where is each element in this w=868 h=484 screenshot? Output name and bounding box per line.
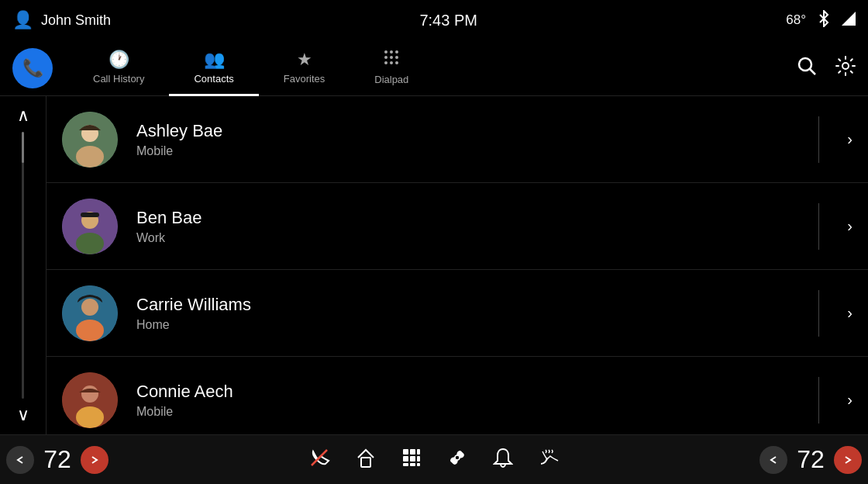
svg-rect-32 — [417, 449, 420, 455]
status-bar: 👤 John Smith 7:43 PM 68° — [0, 0, 868, 40]
svg-rect-38 — [417, 463, 420, 466]
left-temp-increase-button[interactable] — [81, 446, 108, 474]
svg-point-7 — [390, 61, 393, 64]
svg-point-14 — [76, 146, 104, 168]
svg-point-21 — [76, 320, 104, 341]
svg-rect-29 — [361, 458, 370, 467]
mute-call-button[interactable] — [308, 447, 330, 473]
tab-favorites[interactable]: ★ Favorites — [259, 40, 350, 96]
svg-rect-30 — [403, 449, 408, 455]
contact-type: Home — [136, 318, 806, 332]
right-temperature-value: 72 — [787, 445, 834, 474]
scroll-thumb — [22, 132, 24, 163]
svg-point-5 — [395, 56, 398, 59]
status-right: 68° — [786, 10, 856, 31]
avatar — [62, 199, 118, 254]
contact-info: Ben Bae Work — [136, 208, 806, 245]
contact-type: Mobile — [136, 144, 806, 158]
avatar — [62, 112, 118, 168]
main-content: ∧ ∨ Ashley Bae Mobile › — [0, 96, 868, 434]
right-temp-decrease-button[interactable] — [760, 446, 787, 474]
svg-point-0 — [384, 50, 388, 54]
tab-contacts-label: Contacts — [194, 73, 233, 85]
svg-rect-33 — [403, 456, 408, 462]
user-name: John Smith — [41, 12, 111, 29]
apps-button[interactable] — [401, 448, 422, 472]
temperature-display: 68° — [786, 12, 806, 28]
avatar — [62, 372, 118, 428]
clock-icon: 🕐 — [108, 50, 129, 70]
contact-name: Ashley Bae — [136, 121, 806, 141]
chevron-right-icon: › — [847, 130, 852, 148]
svg-point-11 — [842, 63, 849, 69]
svg-point-39 — [455, 455, 460, 460]
bluetooth-icon — [817, 10, 831, 31]
nav-bar: 📞 🕐 Call History 👥 Contacts ★ Favorites … — [0, 40, 868, 96]
svg-point-6 — [384, 61, 388, 64]
bottom-bar: 72 — [0, 434, 868, 484]
scroll-track[interactable] — [22, 132, 24, 399]
svg-point-4 — [390, 56, 393, 59]
scroll-up-button[interactable]: ∧ — [17, 105, 29, 126]
user-icon: 👤 — [12, 10, 33, 30]
svg-rect-37 — [410, 463, 415, 466]
tab-favorites-label: Favorites — [284, 73, 325, 85]
settings-button[interactable] — [835, 56, 856, 81]
svg-point-2 — [395, 50, 398, 54]
contact-name: Carrie Williams — [136, 295, 806, 315]
tab-dialpad[interactable]: Dialpad — [350, 40, 433, 96]
svg-point-24 — [76, 406, 104, 428]
contact-info: Carrie Williams Home — [136, 295, 806, 332]
left-temp-decrease-button[interactable] — [6, 446, 34, 474]
chevron-right-icon: › — [847, 217, 852, 235]
bottom-center-icons — [308, 447, 560, 473]
svg-point-3 — [384, 56, 388, 59]
svg-point-8 — [395, 61, 398, 64]
notification-button[interactable] — [493, 447, 513, 473]
left-temperature-value: 72 — [34, 445, 81, 474]
svg-point-1 — [390, 50, 393, 54]
tab-call-history[interactable]: 🕐 Call History — [68, 40, 169, 96]
scroll-controls: ∧ ∨ — [0, 96, 46, 434]
contacts-list: Ashley Bae Mobile › Ben Bae Work › — [46, 96, 868, 434]
right-temp-control: 72 — [760, 445, 862, 474]
status-time: 7:43 PM — [419, 12, 477, 29]
svg-point-23 — [81, 385, 98, 403]
list-item[interactable]: Ben Bae Work › — [46, 183, 868, 270]
star-icon: ★ — [297, 50, 312, 70]
fan-button[interactable] — [446, 447, 468, 473]
heated-seats-button[interactable] — [538, 447, 560, 473]
contacts-icon: 👥 — [204, 50, 225, 70]
nav-tabs: 🕐 Call History 👥 Contacts ★ Favorites Di… — [68, 40, 797, 96]
chevron-right-icon: › — [847, 304, 852, 322]
svg-rect-18 — [81, 213, 99, 217]
contact-type: Work — [136, 231, 806, 245]
contact-info: Ashley Bae Mobile — [136, 121, 806, 158]
tab-call-history-label: Call History — [93, 73, 144, 85]
list-item[interactable]: Connie Aech Mobile › — [46, 357, 868, 434]
search-button[interactable] — [797, 56, 817, 81]
svg-rect-35 — [417, 456, 420, 462]
phone-icon: 📞 — [22, 58, 43, 78]
svg-rect-34 — [410, 456, 415, 462]
svg-rect-36 — [403, 463, 408, 466]
left-temp-control: 72 — [6, 445, 108, 474]
contact-info: Connie Aech Mobile — [136, 382, 806, 419]
home-button[interactable] — [355, 447, 377, 473]
contact-name: Ben Bae — [136, 208, 806, 228]
tab-contacts[interactable]: 👥 Contacts — [169, 40, 258, 96]
list-item[interactable]: Carrie Williams Home › — [46, 270, 868, 357]
list-item[interactable]: Ashley Bae Mobile › — [46, 96, 868, 183]
svg-point-9 — [799, 58, 811, 71]
right-temp-increase-button[interactable] — [834, 446, 862, 474]
contact-type: Mobile — [136, 405, 806, 419]
tab-dialpad-label: Dialpad — [374, 74, 408, 85]
scroll-down-button[interactable]: ∨ — [17, 405, 29, 425]
dialpad-icon — [383, 49, 400, 71]
chevron-right-icon: › — [847, 391, 852, 409]
phone-button[interactable]: 📞 — [12, 48, 53, 88]
avatar — [62, 285, 118, 341]
svg-point-20 — [81, 299, 98, 316]
nav-actions — [797, 56, 856, 81]
contact-name: Connie Aech — [136, 382, 806, 402]
